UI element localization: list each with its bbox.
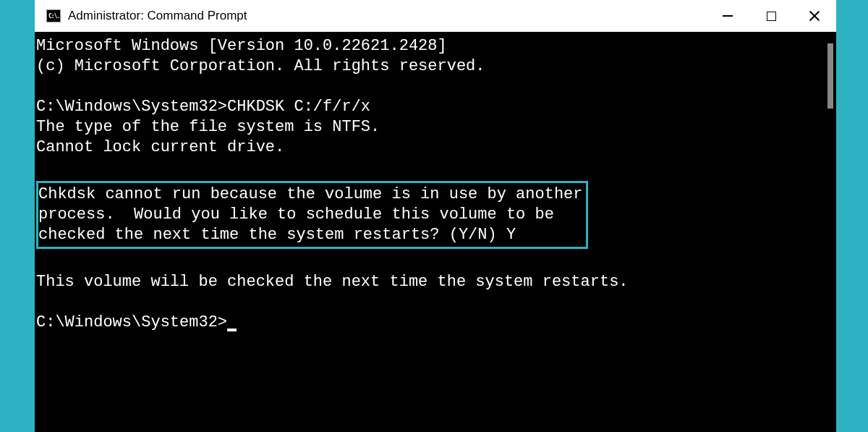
scrollbar-thumb[interactable] xyxy=(827,43,833,109)
blank-line xyxy=(36,77,835,97)
command-line: C:\Windows\System32>CHKDSK C:/f/r/x xyxy=(36,97,835,117)
titlebar-left: C:\. Administrator: Command Prompt xyxy=(46,9,247,23)
cmd-icon: C:\. xyxy=(46,9,61,22)
command-prompt-window: C:\. Administrator: Command Prompt Micro… xyxy=(35,0,836,432)
cmd-icon-label: C:\. xyxy=(48,13,59,20)
blank-line xyxy=(36,252,835,272)
maximize-icon xyxy=(767,12,776,21)
chkdsk-message-line-1: Chkdsk cannot run because the volume is … xyxy=(38,185,583,205)
filesystem-line: The type of the file system is NTFS. xyxy=(36,117,835,137)
version-line: Microsoft Windows [Version 10.0.22621.24… xyxy=(36,36,835,56)
schedule-confirm-line: This volume will be checked the next tim… xyxy=(36,272,835,292)
terminal-output[interactable]: Microsoft Windows [Version 10.0.22621.24… xyxy=(35,32,836,432)
chkdsk-message-line-3: checked the next time the system restart… xyxy=(38,225,583,245)
window-titlebar[interactable]: C:\. Administrator: Command Prompt xyxy=(35,0,836,32)
minimize-button[interactable] xyxy=(706,0,749,32)
lock-error-line: Cannot lock current drive. xyxy=(36,137,835,158)
prompt-text: C:\Windows\System32> xyxy=(36,313,227,331)
highlighted-message-box: Chkdsk cannot run because the volume is … xyxy=(36,181,588,249)
blank-line xyxy=(36,158,835,178)
chkdsk-message-line-2: process. Would you like to schedule this… xyxy=(38,205,583,225)
cursor xyxy=(227,329,237,331)
prompt-line: C:\Windows\System32> xyxy=(36,313,835,333)
blank-line xyxy=(36,292,835,313)
close-button[interactable] xyxy=(793,0,836,32)
copyright-line: (c) Microsoft Corporation. All rights re… xyxy=(36,56,835,77)
titlebar-controls xyxy=(706,0,836,32)
window-title: Administrator: Command Prompt xyxy=(68,9,247,23)
minimize-icon xyxy=(723,15,733,17)
maximize-button[interactable] xyxy=(749,0,793,32)
close-icon xyxy=(809,10,820,22)
